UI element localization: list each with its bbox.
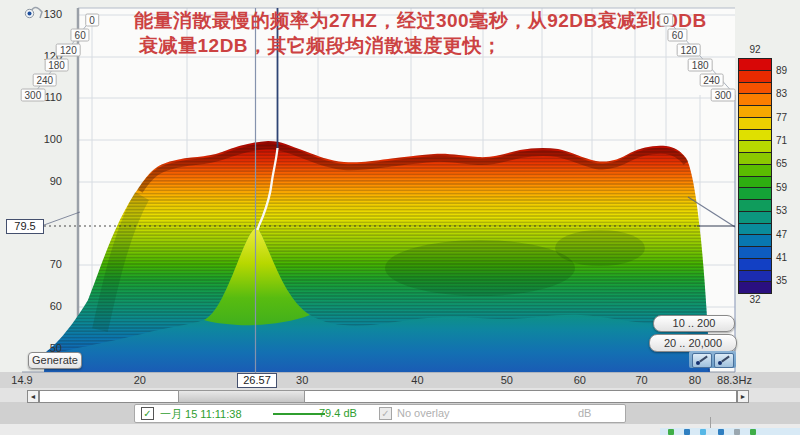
freq-tick-149: 14.9	[11, 374, 32, 386]
color-scale-segment-2	[739, 83, 771, 95]
time-tick-right-120: 120	[676, 44, 701, 57]
overlay-checkbox[interactable]: ✓	[379, 407, 392, 420]
time-tick-left-180: 180	[44, 59, 69, 72]
measurement-legend-bar: ✓ 一月 15 11:11:38 79.4 dB ✓ No overlay dB	[134, 404, 626, 423]
freq-tick-883Hz: 88.3Hz	[717, 374, 752, 386]
color-scale-segment-4	[739, 106, 771, 118]
color-scale-segment-17	[739, 259, 771, 271]
color-scale-tick-59: 59	[776, 182, 787, 193]
zoom-controls	[689, 351, 736, 368]
toolbar-icon-green	[668, 429, 674, 435]
time-axis: 006060120120180180240240300300	[0, 0, 800, 120]
generate-button[interactable]: Generate	[28, 352, 82, 369]
freq-tick-20: 20	[134, 374, 146, 386]
scroll-track[interactable]	[39, 390, 737, 403]
color-scale-tick-89: 89	[776, 65, 787, 76]
scroll-thumb[interactable]	[178, 390, 305, 403]
freq-tick-60: 60	[574, 374, 586, 386]
freq-tick-70: 70	[635, 374, 647, 386]
color-scale-segment-6	[739, 130, 771, 142]
color-scale-labels: 89837771655953474135	[776, 0, 800, 300]
color-scale-segment-14	[739, 224, 771, 236]
color-scale-segment-10	[739, 177, 771, 189]
color-scale-segment-7	[739, 141, 771, 153]
time-tick-left-120: 120	[56, 44, 81, 57]
scroll-right-button[interactable]: ►	[737, 390, 749, 403]
zoom-in-icon[interactable]	[714, 353, 734, 368]
color-scale-segment-18	[739, 271, 771, 283]
zoom-out-icon[interactable]	[692, 353, 712, 368]
freq-tick-50: 50	[501, 374, 513, 386]
measurement-checkbox[interactable]: ✓	[141, 407, 154, 420]
time-tick-left-0: 0	[85, 14, 99, 27]
toolbar-icon-blue2	[718, 429, 724, 435]
time-tick-right-300: 300	[711, 89, 736, 102]
color-scale-tick-41: 41	[776, 252, 787, 263]
color-scale-segment-0	[739, 59, 771, 71]
time-tick-right-180: 180	[688, 59, 713, 72]
freq-cursor-readout: 26.57	[237, 373, 277, 388]
color-scale-segment-16	[739, 247, 771, 259]
color-scale-tick-35: 35	[776, 275, 787, 286]
color-scale-segment-3	[739, 94, 771, 106]
freq-tick-30: 30	[296, 374, 308, 386]
color-scale-segment-9	[739, 165, 771, 177]
color-scale-segment-5	[739, 118, 771, 130]
time-tick-left-60: 60	[71, 29, 90, 42]
overlay-label: No overlay	[397, 407, 450, 419]
color-scale-segment-13	[739, 212, 771, 224]
color-scale-bar	[738, 58, 772, 294]
color-scale-min: 32	[738, 294, 772, 305]
time-tick-right-0: 0	[659, 14, 673, 27]
trace-color-sample	[273, 413, 325, 415]
color-scale-segment-8	[739, 153, 771, 165]
color-scale-tick-47: 47	[776, 229, 787, 240]
color-scale-segment-11	[739, 188, 771, 200]
color-scale-tick-65: 65	[776, 158, 787, 169]
toolbar-icon-gray	[734, 429, 740, 435]
cursor-level-value: 79.4 dB	[319, 407, 357, 419]
freq-tick-80: 80	[689, 374, 701, 386]
color-scale-segment-1	[739, 71, 771, 83]
db-cursor-readout: 79.5	[6, 219, 44, 234]
rew-waterfall-window: 能量消散最慢的频率为27HZ，经过300毫秒，从92DB衰减到80DB 衰减量1…	[0, 0, 800, 435]
color-scale-tick-71: 71	[776, 135, 787, 146]
h-scrollbar: ◄ ►	[27, 390, 749, 403]
measurement-name: 一月 15 11:11:38	[160, 407, 242, 422]
color-scale-tick-77: 77	[776, 112, 787, 123]
color-scale-segment-15	[739, 235, 771, 247]
color-scale-tick-53: 53	[776, 205, 787, 216]
color-scale-segment-12	[739, 200, 771, 212]
toolbar-icon-lightblue	[700, 429, 706, 435]
toolbar-icon-blue	[684, 429, 690, 435]
color-scale-tick-83: 83	[776, 88, 787, 99]
color-scale-max: 92	[738, 44, 772, 55]
time-tick-left-240: 240	[32, 74, 57, 87]
time-tick-right-60: 60	[668, 29, 687, 42]
unit-label: dB	[578, 407, 591, 419]
screenshot-toolbar	[660, 428, 800, 435]
time-tick-right-240: 240	[699, 74, 724, 87]
scroll-left-button[interactable]: ◄	[27, 390, 39, 403]
color-scale-segment-19	[739, 282, 771, 293]
freq-tick-40: 40	[411, 374, 423, 386]
range-10-200-button[interactable]: 10 .. 200	[653, 315, 735, 332]
range-20-20000-button[interactable]: 20 .. 20,000	[649, 334, 737, 352]
toolbar-icon-green2	[750, 429, 756, 435]
time-tick-left-300: 300	[21, 89, 46, 102]
